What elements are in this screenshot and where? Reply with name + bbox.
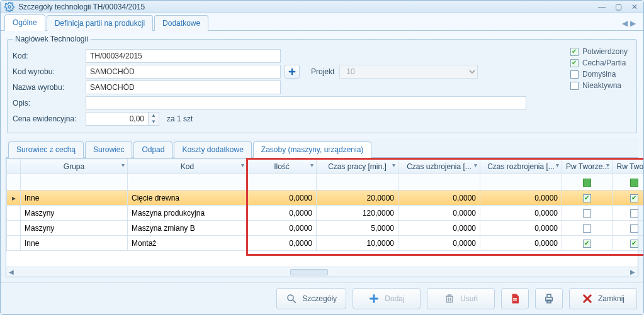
check-potwierdzony-label: Potwierdzony — [582, 47, 628, 56]
cell-czas-roz: 0,0000 — [480, 191, 562, 206]
cell-ilosc: 0,0000 — [247, 236, 317, 251]
filter-icon[interactable]: ▾ — [310, 162, 314, 169]
label-kod: Kod: — [13, 52, 82, 60]
filter-grupa[interactable] — [21, 174, 128, 191]
cell-rw[interactable] — [613, 236, 645, 251]
filter-icon[interactable]: ▾ — [606, 162, 609, 169]
cell-grupa: Inne — [21, 191, 128, 206]
check-cecha[interactable] — [570, 59, 579, 67]
input-kod[interactable] — [86, 49, 281, 63]
spinner-up-icon[interactable]: ▲ — [149, 113, 159, 119]
cell-pw[interactable] — [562, 221, 613, 236]
subtab-surowiec[interactable]: Surowiec — [85, 141, 132, 158]
filter-ilosc[interactable] — [247, 174, 317, 191]
check-potwierdzony[interactable] — [570, 48, 579, 56]
dodaj-button[interactable]: Dodaj — [353, 288, 421, 309]
svg-rect-6 — [370, 298, 379, 300]
col-czas-uz[interactable]: Czas uzbrojenia [...▾ — [398, 159, 480, 174]
subtab-odpad[interactable]: Odpad — [133, 141, 172, 158]
tabs-prev-icon[interactable]: ◀ — [622, 19, 628, 28]
col-czas-pracy[interactable]: Czas pracy [min.]▾ — [317, 159, 398, 174]
table-row[interactable]: MaszynyMaszyna zmiany B0,00005,00000,000… — [7, 221, 645, 236]
col-kod[interactable]: Kod▾ — [128, 159, 247, 174]
input-kod-wyrobu[interactable] — [86, 65, 281, 79]
scroll-thumb[interactable] — [290, 269, 328, 275]
pw-filter-icon — [583, 179, 591, 187]
scroll-left-icon[interactable]: ◀ — [6, 267, 16, 277]
cell-rw[interactable] — [613, 206, 645, 221]
cell-rw[interactable] — [613, 221, 645, 236]
tab-dodatkowe[interactable]: Dodatkowe — [154, 15, 208, 31]
col-czas-roz[interactable]: Czas rozbrojenia [...▾ — [480, 159, 562, 174]
add-wyrob-button[interactable] — [285, 65, 300, 79]
cell-czas-roz: 0,0000 — [480, 236, 562, 251]
spinner-down-icon[interactable]: ▼ — [149, 119, 159, 125]
filter-icon[interactable]: ▾ — [556, 162, 559, 169]
pdf-button[interactable] — [501, 288, 529, 309]
filter-czas-pracy[interactable] — [317, 174, 398, 191]
col-ilosc[interactable]: Ilość▾ — [247, 159, 317, 174]
tab-label: Definicja partii na produkcji — [55, 19, 145, 28]
filter-czas-roz[interactable] — [480, 174, 562, 191]
tab-definicja-partii[interactable]: Definicja partii na produkcji — [47, 15, 153, 31]
filter-icon[interactable]: ▾ — [474, 162, 477, 169]
usun-button[interactable]: Usuń — [427, 288, 495, 309]
subtab-zasoby[interactable]: Zasoby (maszyny, urządzenia) — [253, 141, 372, 158]
svg-rect-11 — [547, 294, 551, 297]
fieldset-naglowek: Nagłówek Technologii Kod: Kod wyrobu: Pr… — [7, 35, 637, 133]
fieldset-legend: Nagłówek Technologii — [13, 35, 91, 43]
row-indicator — [7, 206, 21, 221]
cell-rw[interactable] — [613, 191, 645, 206]
filter-icon[interactable]: ▾ — [241, 162, 244, 169]
col-grupa[interactable]: Grupa▾ — [21, 159, 128, 174]
sub-tabs: Surowiec z cechą Surowiec Odpad Koszty d… — [6, 138, 638, 158]
input-cena[interactable] — [86, 112, 149, 126]
grid-horizontal-scrollbar[interactable]: ◀ ▶ — [6, 267, 638, 277]
select-projekt[interactable]: 10 — [339, 65, 478, 79]
cell-pw[interactable] — [562, 191, 613, 206]
zamknij-button[interactable]: Zamknij — [569, 288, 637, 309]
table-row[interactable]: InneMontaż0,000010,00000,00000,0000 — [7, 236, 645, 251]
title-bar: Szczegóły technologii TH/00034/2015 — ▢ … — [1, 1, 643, 13]
close-button[interactable]: ✕ — [630, 3, 640, 11]
col-rw[interactable]: Rw Twor...▾ — [613, 159, 645, 174]
table-row[interactable]: ▸InneCięcie drewna0,000020,00000,00000,0… — [7, 191, 645, 206]
cell-pw[interactable] — [562, 236, 613, 251]
cell-grupa: Inne — [21, 236, 128, 251]
label-nazwa-wyrobu: Nazwa wyrobu: — [13, 83, 82, 92]
cell-czas-roz: 0,0000 — [480, 221, 562, 236]
print-button[interactable] — [535, 288, 563, 309]
subtab-label: Surowiec z cechą — [16, 145, 76, 154]
col-mark[interactable] — [7, 159, 21, 174]
cell-pw[interactable] — [562, 206, 613, 221]
check-nieaktywna-row: Nieaktywna — [570, 81, 628, 90]
subtab-koszty[interactable]: Koszty dodatkowe — [174, 141, 251, 158]
checkbox-icon — [630, 224, 638, 233]
table-row[interactable]: MaszynyMaszyna produkcyjna0,0000120,0000… — [7, 206, 645, 221]
minimize-button[interactable]: — — [597, 3, 607, 11]
check-domyslna[interactable] — [570, 70, 579, 79]
tabs-nav: ◀ ▶ — [622, 19, 640, 28]
app-window: Szczegóły technologii TH/00034/2015 — ▢ … — [0, 0, 644, 315]
filter-kod[interactable] — [128, 174, 247, 191]
tabs-next-icon[interactable]: ▶ — [630, 19, 636, 28]
subtab-surowiec-cecha[interactable]: Surowiec z cechą — [8, 141, 84, 158]
spinner-cena: ▲ ▼ — [86, 112, 159, 126]
scroll-right-icon[interactable]: ▶ — [628, 267, 638, 277]
check-nieaktywna[interactable] — [570, 82, 579, 90]
cell-czas-uz: 0,0000 — [398, 191, 480, 206]
svg-line-4 — [293, 300, 297, 303]
col-pw[interactable]: Pw Tworze...▾ — [562, 159, 613, 174]
input-nazwa-wyrobu[interactable] — [86, 80, 281, 94]
filter-rw[interactable] — [613, 174, 645, 191]
check-cecha-row: Cecha/Partia — [570, 58, 628, 67]
close-x-icon — [582, 293, 593, 304]
filter-icon[interactable]: ▾ — [392, 162, 395, 169]
szczegoly-button[interactable]: Szczegóły — [276, 288, 346, 309]
input-opis[interactable] — [86, 96, 526, 110]
filter-pw[interactable] — [562, 174, 613, 191]
filter-icon[interactable]: ▾ — [121, 162, 125, 169]
maximize-button[interactable]: ▢ — [613, 3, 623, 11]
tab-ogolne[interactable]: Ogólne — [4, 14, 45, 31]
filter-czas-uz[interactable] — [398, 174, 480, 191]
